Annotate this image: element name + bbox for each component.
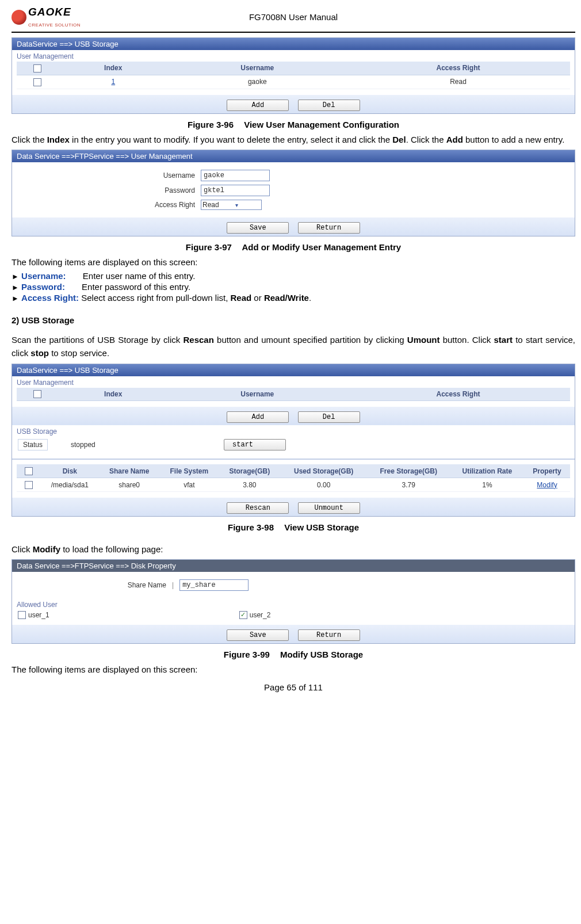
col-username: Username — [169, 62, 346, 75]
fig98-disk-table: Disk Share Name File System Storage(GB) … — [17, 464, 570, 492]
figure-98-caption: Figure 3-98 View USB Storage — [12, 522, 575, 532]
footer-text: The following items are displayed on thi… — [12, 663, 575, 676]
return-button[interactable]: Return — [298, 629, 360, 641]
allowed-user-label: Allowed User — [12, 598, 575, 609]
chevron-down-icon: ▾ — [219, 202, 238, 208]
label-password: Password — [17, 186, 195, 194]
select-all-checkbox[interactable] — [33, 64, 41, 72]
select-all-checkbox[interactable] — [25, 467, 33, 475]
doc-title: FG7008N User Manual — [81, 12, 506, 22]
displayed-intro: The following items are displayed on thi… — [12, 255, 575, 269]
select-all-checkbox[interactable] — [33, 390, 41, 398]
rescan-button[interactable]: Rescan — [227, 502, 289, 514]
figure-title: View USB Storage — [284, 522, 359, 532]
figure-97-caption: Figure 3-97 Add or Modify User Managemen… — [12, 242, 575, 252]
figure-title: View User Management Configuration — [244, 120, 399, 129]
figure-96-screenshot: DataService ==> USB Storage User Managem… — [12, 37, 575, 114]
col-index: Index — [58, 388, 169, 401]
col-share-name: Share Name — [99, 464, 160, 478]
col-username: Username — [169, 388, 346, 401]
fig96-user-table: Index Username Access Right 1 gaoke Read — [17, 62, 570, 89]
start-button[interactable]: start — [224, 439, 286, 450]
cell-util: 1% — [450, 478, 524, 492]
del-button[interactable]: Del — [298, 100, 360, 111]
col-disk: Disk — [41, 464, 99, 478]
save-button[interactable]: Save — [227, 629, 289, 641]
user1-checkbox[interactable] — [18, 611, 26, 619]
modify-intro: Click Modify to load the following page: — [12, 543, 575, 556]
figure-96-caption: Figure 3-96 View User Management Configu… — [12, 120, 575, 129]
cell-disk: /media/sda1 — [41, 478, 99, 492]
table-row: /media/sda1 share0 vfat 3.80 0.00 3.79 1… — [17, 478, 570, 492]
share-name-field[interactable]: my_share — [179, 579, 249, 591]
def-password: ► Password: Enter password of this entry… — [12, 282, 575, 292]
status-value: stopped — [71, 441, 197, 449]
modify-link[interactable]: Modify — [537, 481, 557, 489]
logo-icon — [12, 10, 26, 25]
cell-storage: 3.80 — [219, 478, 281, 492]
paragraph-after-96: Click the Index in the entry you want to… — [12, 133, 575, 146]
del-button[interactable]: Del — [298, 411, 360, 423]
cell-share: share0 — [99, 478, 160, 492]
figure-98-screenshot: DataService ==> USB Storage User Managem… — [12, 364, 575, 517]
col-file-system: File System — [160, 464, 219, 478]
password-field[interactable]: gktel — [201, 185, 270, 196]
allowed-user-row: user_1 user_2 — [12, 609, 575, 625]
unmount-button[interactable]: Unmount — [298, 502, 360, 514]
label-access-right: Access Right — [17, 201, 195, 209]
fig96-fieldset-label: User Management — [12, 50, 575, 60]
row-checkbox[interactable] — [25, 481, 33, 489]
add-button[interactable]: Add — [227, 411, 289, 423]
username-field[interactable]: gaoke — [201, 170, 270, 181]
figure-title: Modify USB Storage — [280, 650, 363, 659]
col-free-storage: Free Storage(GB) — [367, 464, 450, 478]
fig98-um-label: User Management — [12, 376, 575, 387]
cell-fs: vfat — [160, 478, 219, 492]
user2-checkbox[interactable] — [239, 611, 247, 619]
cell-used: 0.00 — [281, 478, 367, 492]
access-right-select[interactable]: Read▾ — [201, 200, 262, 210]
fig99-titlebar: Data Service ==>FTPService ==> Disk Prop… — [12, 560, 575, 572]
brand-sub: CREATIVE SOLUTION — [28, 22, 81, 28]
cell-access: Read — [346, 75, 570, 89]
save-button[interactable]: Save — [227, 222, 289, 234]
label-share-name: Share Name — [17, 581, 166, 589]
label-username: Username — [17, 171, 195, 180]
fig98-usb-label: USB Storage — [12, 425, 575, 436]
brand-main: GAOKE — [28, 6, 71, 18]
fig97-titlebar: Data Service ==>FTPService ==> User Mana… — [12, 150, 575, 162]
return-button[interactable]: Return — [298, 222, 360, 234]
col-access-right: Access Right — [346, 62, 570, 75]
index-link[interactable]: 1 — [111, 78, 115, 86]
page-header: GAOKE CREATIVE SOLUTION FG7008N User Man… — [12, 6, 575, 33]
def-access-right: ► Access Right: Select access right from… — [12, 293, 575, 303]
figure-number: Figure 3-98 — [228, 522, 274, 532]
col-index: Index — [58, 62, 169, 75]
col-property: Property — [524, 464, 570, 478]
user1-label: user_1 — [28, 611, 49, 619]
fig98-user-table: Index Username Access Right — [17, 388, 570, 402]
figure-number: Figure 3-96 — [188, 120, 234, 129]
col-storage: Storage(GB) — [219, 464, 281, 478]
page-footer: Page 65 of 111 — [12, 682, 575, 692]
status-label: Status — [18, 439, 48, 450]
separator — [12, 459, 575, 460]
row-checkbox[interactable] — [33, 78, 41, 86]
section-2-heading: 2) USB Storage — [12, 315, 575, 325]
figure-title: Add or Modify User Management Entry — [242, 242, 401, 252]
figure-97-screenshot: Data Service ==>FTPService ==> User Mana… — [12, 150, 575, 236]
table-row: 1 gaoke Read — [17, 75, 570, 89]
figure-99-caption: Figure 3-99 Modify USB Storage — [12, 650, 575, 659]
col-access-right: Access Right — [346, 388, 570, 401]
section-2-paragraph: Scan the partitions of USB Storage by cl… — [12, 333, 575, 360]
figure-99-screenshot: Data Service ==>FTPService ==> Disk Prop… — [12, 559, 575, 644]
add-button[interactable]: Add — [227, 100, 289, 111]
cell-free: 3.79 — [367, 478, 450, 492]
figure-number: Figure 3-97 — [186, 242, 232, 252]
fig96-titlebar: DataService ==> USB Storage — [12, 38, 575, 50]
cell-username: gaoke — [169, 75, 346, 89]
user2-label: user_2 — [250, 611, 271, 619]
figure-number: Figure 3-99 — [224, 650, 270, 659]
fig98-titlebar: DataService ==> USB Storage — [12, 364, 575, 376]
def-username: ► Username: Enter user name of this entr… — [12, 271, 575, 281]
